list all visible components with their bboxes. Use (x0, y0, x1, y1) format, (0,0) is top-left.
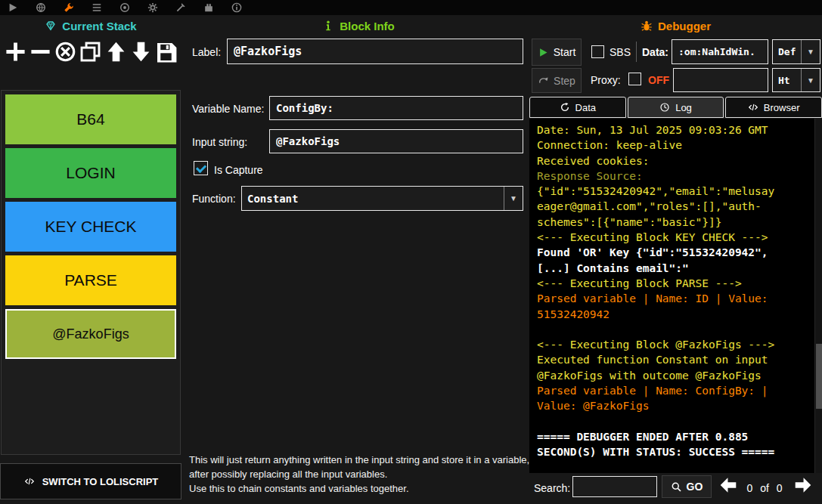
block-info-header: Block Info (188, 17, 529, 35)
plugins-icon[interactable] (203, 2, 214, 13)
log-line: [...] Contains email":" (537, 261, 814, 276)
log-search-input[interactable] (572, 476, 657, 497)
save-config-button[interactable] (154, 39, 178, 64)
is-capture-checkbox[interactable] (194, 161, 208, 175)
move-block-up-button[interactable] (104, 39, 128, 64)
log-line: <--- Executing Block KEY CHECK ---> (537, 230, 814, 245)
log-line: Parsed variable | Name: ID | Value: (537, 291, 814, 306)
proxy-off-status: OFF (648, 74, 669, 86)
chevron-down-icon: ▼ (801, 40, 820, 63)
separator (636, 42, 637, 62)
log-line: Parsed variable | Name: ConfigBy: | (537, 383, 814, 398)
variable-name-input[interactable] (269, 96, 523, 120)
tab-label: Log (675, 102, 692, 113)
proxy-type-value: Ht (773, 75, 801, 86)
wordlist-type-value: Def (773, 46, 801, 57)
log-line: Date: Sun, 13 Jul 2025 09:03:26 GMT (537, 122, 814, 138)
proxy-type-dropdown[interactable]: Ht ▼ (772, 68, 820, 92)
label-field-label: Label: (192, 46, 221, 58)
stack-block--fazkofigs[interactable]: @FazkoFigs (5, 309, 176, 359)
hits-icon[interactable] (119, 2, 130, 13)
log-line: <--- Executing Block @FazkoFigs ---> (537, 337, 814, 352)
log-line: Received cookies: (537, 153, 814, 169)
proxy-checkbox[interactable] (628, 73, 641, 85)
debugger-tabs: DataLogBrowser (529, 97, 822, 118)
code-icon (23, 476, 36, 487)
step-icon (538, 75, 549, 86)
tab-log[interactable]: Log (628, 97, 724, 118)
duplicate-block-button[interactable] (79, 39, 102, 64)
debugger-log-output: Date: Sun, 13 Jul 2025 09:03:26 GMTConne… (529, 119, 822, 473)
debug-data-input[interactable] (672, 39, 768, 64)
log-line: ===== DEBUGGER ENDED AFTER 0.885 (537, 429, 814, 444)
sbs-label: SBS (610, 46, 631, 58)
scrollbar-thumb[interactable] (816, 344, 822, 409)
log-line: Response Source: (537, 169, 814, 184)
data-field-label: Data: (642, 46, 668, 58)
switch-button-label: SWITCH TO LOLISCRIPT (42, 476, 159, 487)
next-match-button[interactable] (793, 476, 813, 496)
search-match-count: 0 of 0 (741, 482, 788, 494)
debugger-header: Debugger (529, 17, 822, 35)
log-line: SECOND(S) WITH STATUS: SUCCESS ===== (537, 444, 814, 459)
log-line: <--- Executing Block PARSE ---> (537, 276, 814, 291)
move-block-down-button[interactable] (129, 39, 153, 64)
current-stack-header: Current Stack (0, 17, 181, 35)
search-go-button[interactable]: GO (662, 475, 712, 498)
tab-browser[interactable]: Browser (725, 97, 822, 118)
log-line (537, 414, 814, 429)
stack-block-parse[interactable]: PARSE (5, 255, 176, 305)
add-block-button[interactable] (4, 39, 27, 64)
search-icon (671, 481, 682, 493)
wordlist-type-dropdown[interactable]: Def ▼ (772, 39, 820, 64)
proxies-icon[interactable] (36, 2, 46, 13)
clear-stack-button[interactable] (54, 39, 77, 64)
proxy-label: Proxy: (591, 74, 621, 86)
log-line: {"id":"51532420942","email":"melusay (537, 184, 814, 199)
start-button[interactable]: Start (532, 39, 582, 66)
step-button[interactable]: Step (532, 68, 582, 93)
clock-icon (659, 102, 670, 113)
remove-block-button[interactable] (29, 39, 52, 64)
block-stack-list: B64LOGINKEY CHECKPARSE@FazkoFigs (1, 90, 181, 455)
log-line: 51532420942 (537, 307, 814, 322)
wordlists-icon[interactable] (92, 2, 102, 13)
log-line: Value: @FazkoFigs (537, 398, 814, 413)
switch-to-loliscript-button[interactable]: SWITCH TO LOLISCRIPT (0, 463, 181, 499)
top-menu-bar (0, 0, 822, 15)
chevron-down-icon: ▼ (504, 187, 523, 210)
runner-icon[interactable] (8, 2, 18, 13)
log-line: Executed function Constant on input (537, 352, 814, 367)
log-line: Connection: keep-alive (537, 138, 814, 153)
go-button-label: GO (687, 481, 703, 493)
stack-block-key-check[interactable]: KEY CHECK (5, 202, 176, 252)
log-line: schemes":[{"name":"basic"}]} (537, 215, 814, 230)
configs-icon[interactable] (64, 2, 74, 13)
block-label-input[interactable] (227, 39, 523, 64)
current-stack-title: Current Stack (62, 20, 136, 32)
function-dropdown[interactable]: Constant ▼ (241, 186, 523, 211)
stack-block-b64[interactable]: B64 (5, 94, 176, 144)
search-label: Search: (534, 482, 570, 494)
chevron-down-icon: ▼ (801, 69, 820, 91)
log-line: Found 'OR' Key {"id":"51532420942", (537, 245, 814, 260)
input-string-label: Input string: (192, 136, 247, 148)
input-string-input[interactable] (269, 129, 523, 153)
about-icon[interactable] (231, 2, 242, 13)
log-line: @FazkoFigs with outcome @FazkoFigs (537, 368, 814, 383)
arrow-right-icon (793, 475, 813, 497)
stack-block-login[interactable]: LOGIN (5, 148, 176, 198)
tools-icon[interactable] (175, 2, 186, 13)
log-scrollbar[interactable] (814, 119, 822, 473)
settings-icon[interactable] (147, 2, 158, 13)
previous-match-button[interactable] (718, 476, 738, 496)
proxy-input[interactable] (673, 68, 768, 92)
arrow-left-icon (718, 475, 738, 497)
description-line: Use this to chain constants and variable… (189, 482, 531, 496)
tab-data[interactable]: Data (529, 97, 626, 118)
tab-label: Data (575, 102, 596, 113)
info-icon (322, 20, 334, 32)
sbs-checkbox[interactable] (591, 45, 604, 58)
function-label: Function: (192, 193, 236, 205)
diamond-icon (45, 20, 57, 32)
